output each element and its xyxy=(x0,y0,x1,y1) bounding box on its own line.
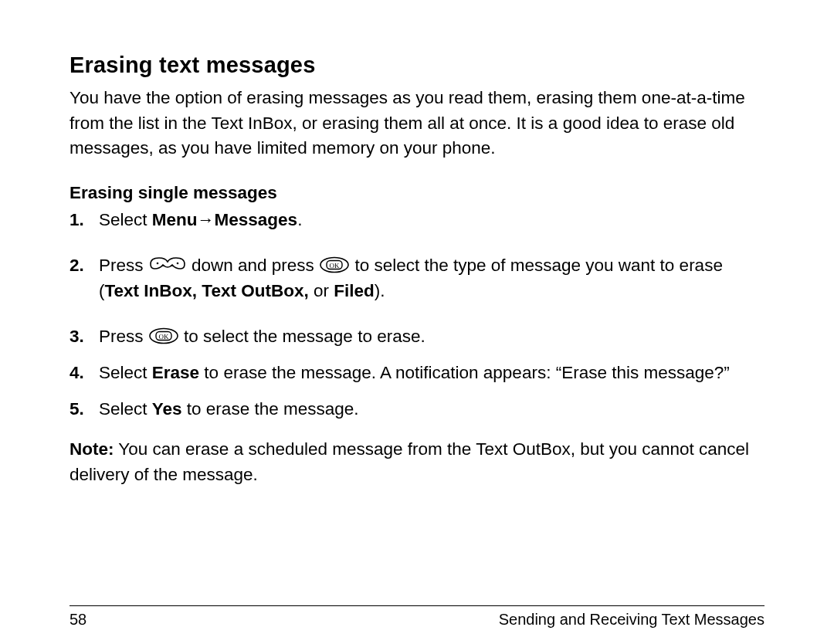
note-label: Note: xyxy=(70,439,114,459)
bold-filed: Filed xyxy=(334,281,375,300)
bold-yes: Yes xyxy=(152,399,182,419)
text: to erase the message. A notification app… xyxy=(199,363,730,382)
arrow-right-icon: → xyxy=(198,208,215,232)
step-4: 4. Select Erase to erase the message. A … xyxy=(70,361,764,386)
ok-button-icon: OK xyxy=(148,323,179,348)
step-1: 1. Select Menu → Messages. xyxy=(70,208,764,233)
section-heading: Erasing text messages xyxy=(70,53,764,78)
text: . xyxy=(297,210,302,229)
step-number: 4. xyxy=(70,361,99,386)
step-5: 5. Select Yes to erase the message. xyxy=(70,397,764,422)
svg-point-0 xyxy=(156,263,158,265)
step-body: Press down and press OK to select the ty… xyxy=(99,253,764,304)
text: Select xyxy=(99,399,152,419)
step-3: 3. Press OK to select the message to era… xyxy=(70,324,764,350)
subsection-heading: Erasing single messages xyxy=(70,183,764,203)
step-number: 1. xyxy=(70,208,99,233)
steps-list: 1. Select Menu → Messages. 2. Press down… xyxy=(70,208,764,432)
document-page: Erasing text messages You have the optio… xyxy=(0,0,834,644)
step-number: 2. xyxy=(70,253,99,279)
step-number: 3. xyxy=(70,324,99,350)
nav-pad-icon xyxy=(148,252,187,277)
intro-paragraph: You have the option of erasing messages … xyxy=(70,86,764,161)
spacer xyxy=(70,487,764,595)
footer-divider xyxy=(70,605,764,606)
chapter-title: Sending and Receiving Text Messages xyxy=(499,611,764,629)
step-number: 5. xyxy=(70,397,99,422)
bold-menu: Menu xyxy=(152,210,198,229)
step-body: Select Erase to erase the message. A not… xyxy=(99,361,764,386)
bold-options: Text InBox, Text OutBox, xyxy=(105,281,309,300)
note-paragraph: Note: You can erase a scheduled message … xyxy=(70,437,764,487)
step-body: Press OK to select the message to erase. xyxy=(99,324,764,350)
text: or xyxy=(309,281,334,300)
bold-messages: Messages xyxy=(215,210,298,229)
text: down and press xyxy=(187,256,319,275)
text: Select xyxy=(99,363,152,382)
step-2: 2. Press down and press OK to select the… xyxy=(70,253,764,304)
ok-button-icon: OK xyxy=(319,252,350,277)
svg-point-1 xyxy=(176,263,178,265)
text: Press xyxy=(99,256,148,275)
text: ). xyxy=(375,281,385,300)
note-text: You can erase a scheduled message from t… xyxy=(70,439,749,484)
svg-text:OK: OK xyxy=(158,333,168,341)
step-body: Select Yes to erase the message. xyxy=(99,397,764,422)
page-number: 58 xyxy=(70,611,86,629)
text: Select xyxy=(99,210,152,229)
text: Press xyxy=(99,327,148,346)
text: to erase the message. xyxy=(182,399,359,419)
svg-text:OK: OK xyxy=(330,262,340,269)
page-footer: 58 Sending and Receiving Text Messages xyxy=(70,611,764,629)
text: to select the message to erase. xyxy=(179,327,425,346)
step-body: Select Menu → Messages. xyxy=(99,208,764,233)
bold-erase: Erase xyxy=(152,363,199,382)
